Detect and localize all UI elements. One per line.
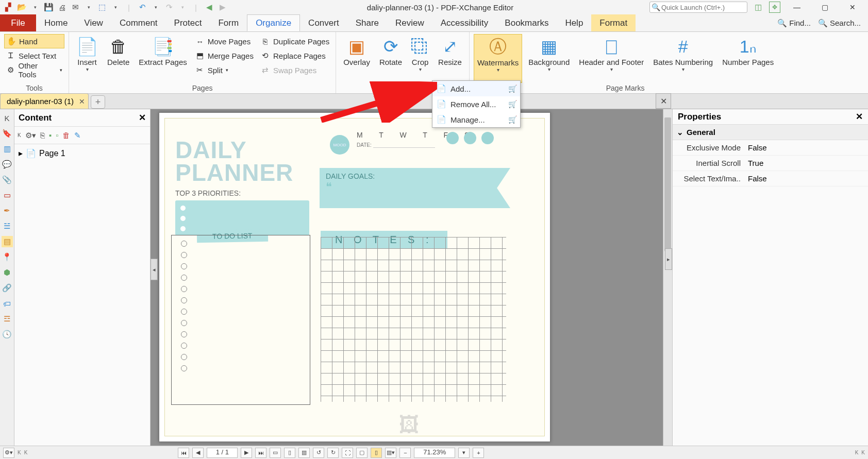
overlay-button[interactable]: ▣Overlay: [340, 34, 373, 83]
copy-icon[interactable]: ⎘: [40, 131, 45, 140]
new-tab-button[interactable]: +: [91, 95, 105, 109]
signatures-icon[interactable]: ✒: [2, 205, 13, 216]
close-properties-icon[interactable]: ✕: [856, 111, 863, 122]
replace-pages-button[interactable]: ⟲Replace Pages: [259, 48, 331, 63]
prop-row[interactable]: Inertial ScrollTrue: [673, 156, 868, 171]
layers-icon[interactable]: ☱: [2, 220, 13, 232]
merge-pages-button[interactable]: ⬒Merge Pages: [193, 48, 256, 63]
tab-format[interactable]: Format: [591, 14, 636, 31]
duplicate-pages-button[interactable]: ⎘Duplicate Pages: [259, 34, 331, 48]
redo-icon[interactable]: ↷: [164, 2, 174, 12]
comments-icon[interactable]: 💬: [2, 159, 13, 170]
tab-form[interactable]: Form: [210, 14, 247, 31]
insert-pages-button[interactable]: 📄Insert▾: [73, 34, 101, 83]
qat-dd4[interactable]: ▾: [151, 2, 161, 12]
fwd-icon[interactable]: ▶: [218, 2, 228, 12]
left-grip[interactable]: ◂: [151, 259, 158, 280]
sb-k2[interactable]: K: [24, 450, 28, 455]
other-tools[interactable]: ⚙Other Tools▾: [4, 63, 64, 77]
tab-bookmarks[interactable]: Bookmarks: [496, 14, 557, 31]
order-icon[interactable]: ☲: [2, 313, 13, 325]
destinations-icon[interactable]: 📍: [2, 251, 13, 263]
rail-collapse-icon[interactable]: K: [2, 112, 13, 124]
watermark-manage[interactable]: 📄Manage...🛒: [432, 112, 520, 127]
tab-review[interactable]: Review: [387, 14, 432, 31]
tree-page-item[interactable]: ▸ 📄 Page 1: [19, 148, 146, 158]
sb-options-icon[interactable]: ⚙▾: [3, 448, 14, 458]
close-tab-icon[interactable]: ✕: [79, 97, 85, 106]
options-icon[interactable]: ⚙▾: [25, 131, 36, 140]
delete-content-icon[interactable]: 🗑: [62, 131, 70, 140]
vertical-scrollbar[interactable]: [663, 109, 672, 446]
open-icon[interactable]: 📂: [16, 2, 27, 12]
rotate-button[interactable]: ⟳Rotate: [376, 34, 405, 83]
print-icon[interactable]: 🖨: [57, 2, 67, 12]
sb-layout3[interactable]: ▥: [298, 448, 310, 458]
links-icon[interactable]: 🔗: [2, 282, 13, 294]
sb-layout2[interactable]: ▯: [284, 448, 295, 458]
maximize-button[interactable]: ▢: [813, 0, 836, 14]
swap-pages-button[interactable]: ⇄Swap Pages: [259, 63, 331, 77]
watermarks-button[interactable]: ⒶWatermarks▾: [474, 34, 522, 83]
watermark-add[interactable]: 📄Add...🛒: [432, 81, 520, 96]
move-pages-button[interactable]: ↔Move Pages: [193, 34, 256, 48]
tab-organize[interactable]: Organize: [247, 14, 300, 31]
prop-group-general[interactable]: ⌄General: [673, 125, 868, 140]
mail-icon[interactable]: ✉: [70, 2, 80, 12]
zoom-out-button[interactable]: −: [399, 448, 411, 458]
quick-launch-input[interactable]: [649, 2, 747, 13]
prop-row[interactable]: Select Text/Ima..False: [673, 171, 868, 186]
watermark-remove-all[interactable]: 📄Remove All...🛒: [432, 96, 520, 112]
bookmark-icon[interactable]: 🔖: [2, 128, 13, 139]
sb-k4[interactable]: K: [861, 450, 865, 455]
next-page-button[interactable]: ▶: [241, 448, 252, 458]
fields-icon[interactable]: ▭: [2, 190, 13, 201]
tab-share[interactable]: Share: [347, 14, 387, 31]
thumbnails-icon[interactable]: ▥: [2, 143, 13, 155]
sb-layout1[interactable]: ▭: [270, 448, 281, 458]
zoom-in-button[interactable]: +: [473, 448, 484, 458]
document-tab[interactable]: daliy-planner-03 (1)✕: [0, 93, 89, 109]
bates-numbering-button[interactable]: #Bates Numbering▾: [650, 34, 716, 83]
scan-icon[interactable]: ⬚: [97, 2, 107, 12]
attachments-icon[interactable]: 📎: [2, 174, 13, 185]
minimize-button[interactable]: —: [786, 0, 808, 14]
sb-rotate-cw[interactable]: ↻: [327, 448, 339, 458]
back-icon[interactable]: ◀: [204, 2, 214, 12]
zoom-level[interactable]: 71.23%: [414, 448, 455, 458]
close-content-panel[interactable]: ✕: [139, 112, 146, 123]
delete-pages-button[interactable]: 🗑Delete: [104, 34, 132, 83]
save-icon[interactable]: 💾: [43, 2, 54, 12]
right-grip[interactable]: ▸: [665, 248, 672, 270]
sb-fit1[interactable]: ⛶: [342, 448, 353, 458]
3d-icon[interactable]: ⬢: [2, 267, 13, 278]
bring-front-icon[interactable]: ▪: [49, 131, 52, 140]
collapse-k-icon[interactable]: K: [18, 132, 21, 138]
tab-protect[interactable]: Protect: [166, 14, 210, 31]
split-button[interactable]: ✂Split▾: [193, 63, 256, 77]
edit-content-icon[interactable]: ✎: [74, 131, 81, 140]
file-tab[interactable]: File: [0, 14, 36, 31]
find-button[interactable]: 🔍 Find...: [777, 19, 811, 28]
prop-row[interactable]: Exclusive ModeFalse: [673, 140, 868, 156]
fit-icon[interactable]: ✥: [769, 2, 780, 13]
ui-options-icon[interactable]: ◫: [753, 2, 764, 13]
content-icon[interactable]: ▤: [2, 236, 13, 247]
hand-tool[interactable]: ✋Hand: [4, 34, 64, 48]
extract-pages-button[interactable]: 📑Extract Pages: [136, 34, 190, 83]
select-text-tool[interactable]: ᏆSelect Text: [4, 48, 64, 63]
tab-view[interactable]: View: [76, 14, 111, 31]
background-button[interactable]: ▦Background▾: [525, 34, 573, 83]
zoom-dd[interactable]: ▾: [458, 448, 470, 458]
history-icon[interactable]: 🕓: [2, 329, 13, 340]
close-button[interactable]: ✕: [841, 0, 864, 14]
sb-k1[interactable]: K: [18, 450, 21, 455]
close-properties-button[interactable]: ✕: [656, 93, 671, 109]
number-pages-button[interactable]: 1ₙNumber Pages: [719, 34, 777, 83]
sb-continuous[interactable]: ▥▾: [385, 448, 396, 458]
sb-singlepage[interactable]: ▯: [371, 448, 382, 458]
send-back-icon[interactable]: ▫: [56, 131, 58, 140]
document-area[interactable]: ◂ DAILY PLANNER TOP 3 PRIORITIES: MOOD M…: [151, 109, 672, 446]
search-button[interactable]: 🔍 Search...: [818, 19, 861, 28]
first-page-button[interactable]: ⏮: [178, 448, 189, 458]
